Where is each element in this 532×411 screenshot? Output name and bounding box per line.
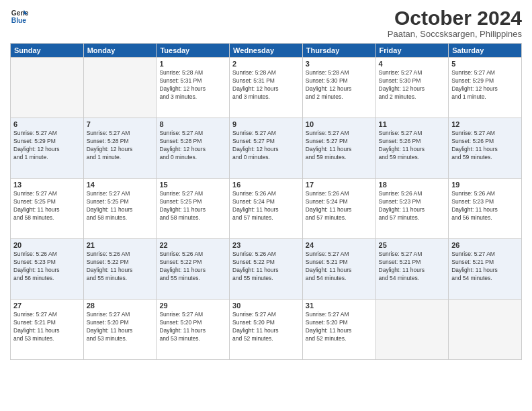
day-info: Sunrise: 5:26 AM Sunset: 5:23 PM Dayligh… bbox=[451, 190, 519, 222]
day-info: Sunrise: 5:27 AM Sunset: 5:20 PM Dayligh… bbox=[87, 311, 154, 343]
day-number: 4 bbox=[379, 60, 446, 68]
calendar-cell: 12Sunrise: 5:27 AM Sunset: 5:26 PM Dayli… bbox=[449, 118, 522, 179]
day-info: Sunrise: 5:27 AM Sunset: 5:21 PM Dayligh… bbox=[379, 250, 446, 283]
day-info: Sunrise: 5:28 AM Sunset: 5:31 PM Dayligh… bbox=[232, 69, 300, 101]
calendar-week-2: 6Sunrise: 5:27 AM Sunset: 5:29 PM Daylig… bbox=[11, 118, 522, 179]
day-number: 13 bbox=[13, 181, 81, 189]
logo: General Blue bbox=[10, 7, 29, 26]
calendar-cell bbox=[449, 300, 522, 360]
day-info: Sunrise: 5:26 AM Sunset: 5:24 PM Dayligh… bbox=[306, 190, 373, 222]
day-info: Sunrise: 5:27 AM Sunset: 5:28 PM Dayligh… bbox=[159, 130, 226, 162]
day-number: 11 bbox=[379, 120, 446, 128]
day-number: 28 bbox=[87, 302, 154, 310]
calendar-cell: 7Sunrise: 5:27 AM Sunset: 5:28 PM Daylig… bbox=[83, 118, 157, 179]
calendar-week-3: 13Sunrise: 5:27 AM Sunset: 5:25 PM Dayli… bbox=[11, 179, 522, 239]
day-number: 16 bbox=[232, 181, 300, 189]
day-number: 8 bbox=[159, 120, 226, 128]
day-number: 18 bbox=[379, 181, 446, 189]
calendar-cell: 3Sunrise: 5:28 AM Sunset: 5:30 PM Daylig… bbox=[302, 58, 375, 118]
calendar-cell: 19Sunrise: 5:26 AM Sunset: 5:23 PM Dayli… bbox=[449, 179, 522, 239]
col-tuesday: Tuesday bbox=[157, 44, 230, 58]
logo-icon: General Blue bbox=[10, 7, 29, 26]
col-friday: Friday bbox=[375, 44, 449, 58]
header: General Blue October 2024 Paatan, Soccsk… bbox=[10, 7, 522, 39]
calendar-cell: 13Sunrise: 5:27 AM Sunset: 5:25 PM Dayli… bbox=[11, 179, 84, 239]
page: General Blue October 2024 Paatan, Soccsk… bbox=[0, 0, 532, 411]
calendar-cell: 25Sunrise: 5:27 AM Sunset: 5:21 PM Dayli… bbox=[375, 239, 449, 300]
day-info: Sunrise: 5:27 AM Sunset: 5:29 PM Dayligh… bbox=[451, 69, 519, 101]
calendar-cell: 18Sunrise: 5:26 AM Sunset: 5:23 PM Dayli… bbox=[375, 179, 449, 239]
svg-text:Blue: Blue bbox=[11, 17, 27, 24]
calendar-cell: 6Sunrise: 5:27 AM Sunset: 5:29 PM Daylig… bbox=[11, 118, 84, 179]
calendar-cell bbox=[375, 300, 449, 360]
calendar-cell: 10Sunrise: 5:27 AM Sunset: 5:27 PM Dayli… bbox=[302, 118, 375, 179]
calendar-cell: 15Sunrise: 5:27 AM Sunset: 5:25 PM Dayli… bbox=[157, 179, 230, 239]
calendar-cell: 31Sunrise: 5:27 AM Sunset: 5:20 PM Dayli… bbox=[302, 300, 375, 360]
day-info: Sunrise: 5:26 AM Sunset: 5:24 PM Dayligh… bbox=[232, 190, 300, 222]
day-info: Sunrise: 5:27 AM Sunset: 5:26 PM Dayligh… bbox=[451, 130, 519, 162]
calendar-cell: 23Sunrise: 5:26 AM Sunset: 5:22 PM Dayli… bbox=[230, 239, 303, 300]
calendar-cell: 9Sunrise: 5:27 AM Sunset: 5:27 PM Daylig… bbox=[230, 118, 303, 179]
day-number: 24 bbox=[306, 241, 373, 249]
day-number: 27 bbox=[13, 302, 81, 310]
day-number: 5 bbox=[451, 60, 519, 68]
day-number: 2 bbox=[232, 60, 300, 68]
header-row: Sunday Monday Tuesday Wednesday Thursday… bbox=[11, 44, 522, 58]
calendar-table: Sunday Monday Tuesday Wednesday Thursday… bbox=[10, 43, 522, 360]
day-info: Sunrise: 5:27 AM Sunset: 5:26 PM Dayligh… bbox=[379, 130, 446, 162]
day-info: Sunrise: 5:27 AM Sunset: 5:25 PM Dayligh… bbox=[13, 190, 81, 222]
calendar-cell: 27Sunrise: 5:27 AM Sunset: 5:21 PM Dayli… bbox=[11, 300, 84, 360]
col-wednesday: Wednesday bbox=[230, 44, 303, 58]
calendar-cell: 30Sunrise: 5:27 AM Sunset: 5:20 PM Dayli… bbox=[230, 300, 303, 360]
calendar-week-5: 27Sunrise: 5:27 AM Sunset: 5:21 PM Dayli… bbox=[11, 300, 522, 360]
day-info: Sunrise: 5:27 AM Sunset: 5:28 PM Dayligh… bbox=[87, 130, 154, 162]
calendar-cell bbox=[83, 58, 157, 118]
day-number: 3 bbox=[306, 60, 373, 68]
day-info: Sunrise: 5:27 AM Sunset: 5:30 PM Dayligh… bbox=[379, 69, 446, 101]
day-number: 9 bbox=[232, 120, 300, 128]
day-number: 29 bbox=[159, 302, 226, 310]
calendar-cell: 20Sunrise: 5:26 AM Sunset: 5:23 PM Dayli… bbox=[11, 239, 84, 300]
day-info: Sunrise: 5:27 AM Sunset: 5:20 PM Dayligh… bbox=[306, 311, 373, 343]
calendar-cell: 26Sunrise: 5:27 AM Sunset: 5:21 PM Dayli… bbox=[449, 239, 522, 300]
calendar-cell: 24Sunrise: 5:27 AM Sunset: 5:21 PM Dayli… bbox=[302, 239, 375, 300]
calendar-cell: 1Sunrise: 5:28 AM Sunset: 5:31 PM Daylig… bbox=[157, 58, 230, 118]
calendar-cell: 4Sunrise: 5:27 AM Sunset: 5:30 PM Daylig… bbox=[375, 58, 449, 118]
day-info: Sunrise: 5:26 AM Sunset: 5:22 PM Dayligh… bbox=[87, 250, 154, 283]
title-block: October 2024 Paatan, Soccsksargen, Phili… bbox=[388, 7, 522, 39]
day-info: Sunrise: 5:27 AM Sunset: 5:29 PM Dayligh… bbox=[13, 130, 81, 162]
calendar-cell: 21Sunrise: 5:26 AM Sunset: 5:22 PM Dayli… bbox=[83, 239, 157, 300]
calendar-cell: 11Sunrise: 5:27 AM Sunset: 5:26 PM Dayli… bbox=[375, 118, 449, 179]
day-info: Sunrise: 5:26 AM Sunset: 5:22 PM Dayligh… bbox=[159, 250, 226, 283]
day-number: 12 bbox=[451, 120, 519, 128]
calendar-cell: 16Sunrise: 5:26 AM Sunset: 5:24 PM Dayli… bbox=[230, 179, 303, 239]
day-info: Sunrise: 5:27 AM Sunset: 5:25 PM Dayligh… bbox=[159, 190, 226, 222]
day-number: 25 bbox=[379, 241, 446, 249]
day-info: Sunrise: 5:27 AM Sunset: 5:20 PM Dayligh… bbox=[159, 311, 226, 343]
calendar-cell: 5Sunrise: 5:27 AM Sunset: 5:29 PM Daylig… bbox=[449, 58, 522, 118]
day-number: 10 bbox=[306, 120, 373, 128]
day-number: 21 bbox=[87, 241, 154, 249]
month-title: October 2024 bbox=[388, 7, 522, 29]
day-info: Sunrise: 5:26 AM Sunset: 5:23 PM Dayligh… bbox=[13, 250, 81, 283]
subtitle: Paatan, Soccsksargen, Philippines bbox=[388, 29, 522, 39]
calendar-cell: 22Sunrise: 5:26 AM Sunset: 5:22 PM Dayli… bbox=[157, 239, 230, 300]
calendar-cell: 17Sunrise: 5:26 AM Sunset: 5:24 PM Dayli… bbox=[302, 179, 375, 239]
day-info: Sunrise: 5:27 AM Sunset: 5:25 PM Dayligh… bbox=[87, 190, 154, 222]
col-sunday: Sunday bbox=[11, 44, 84, 58]
calendar-cell: 14Sunrise: 5:27 AM Sunset: 5:25 PM Dayli… bbox=[83, 179, 157, 239]
calendar-week-4: 20Sunrise: 5:26 AM Sunset: 5:23 PM Dayli… bbox=[11, 239, 522, 300]
calendar-cell: 2Sunrise: 5:28 AM Sunset: 5:31 PM Daylig… bbox=[230, 58, 303, 118]
calendar-cell bbox=[11, 58, 84, 118]
day-number: 19 bbox=[451, 181, 519, 189]
calendar-cell: 8Sunrise: 5:27 AM Sunset: 5:28 PM Daylig… bbox=[157, 118, 230, 179]
day-number: 20 bbox=[13, 241, 81, 249]
day-number: 17 bbox=[306, 181, 373, 189]
calendar-week-1: 1Sunrise: 5:28 AM Sunset: 5:31 PM Daylig… bbox=[11, 58, 522, 118]
col-monday: Monday bbox=[83, 44, 157, 58]
col-saturday: Saturday bbox=[449, 44, 522, 58]
calendar-cell: 28Sunrise: 5:27 AM Sunset: 5:20 PM Dayli… bbox=[83, 300, 157, 360]
day-info: Sunrise: 5:27 AM Sunset: 5:21 PM Dayligh… bbox=[451, 250, 519, 283]
day-number: 6 bbox=[13, 120, 81, 128]
day-number: 22 bbox=[159, 241, 226, 249]
